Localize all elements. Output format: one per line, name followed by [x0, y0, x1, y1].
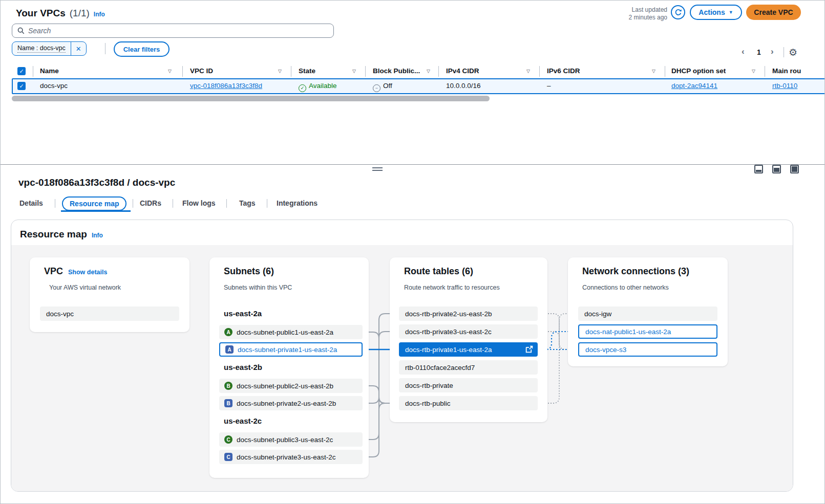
tab-divider [55, 199, 55, 208]
info-link[interactable]: Info [92, 232, 103, 239]
filter-chip-remove-button[interactable]: ✕ [71, 42, 86, 55]
tab-divider [133, 199, 133, 208]
horizontal-scrollbar[interactable] [12, 96, 490, 101]
route-table-item[interactable]: docs-rtb-private [399, 378, 538, 392]
subnet-item[interactable]: B docs-subnet-public2-us-east-2b [219, 379, 363, 393]
filter-icon[interactable]: ▽ [168, 69, 172, 74]
route-tables-column-subtitle: Route network traffic to resources [404, 284, 500, 291]
prev-page-button[interactable]: ‹ [742, 47, 745, 57]
tab-cidrs[interactable]: CIDRs [140, 199, 161, 207]
cell-state: ✓Available [299, 82, 337, 92]
current-page[interactable]: 1 [757, 48, 761, 56]
filter-icon[interactable]: ▽ [526, 69, 530, 74]
next-page-button[interactable]: › [771, 47, 774, 57]
subnet-item[interactable]: A docs-subnet-public1-us-east-2a [219, 325, 363, 339]
tab-flow-logs[interactable]: Flow logs [182, 199, 216, 207]
network-connections-column: Network connections (3) Connections to o… [568, 257, 728, 366]
refresh-button[interactable] [671, 5, 685, 19]
route-tables-column-title: Route tables (6) [404, 266, 473, 277]
filter-chip-label: Name : docs-vpc [12, 42, 71, 55]
public-subnet-badge: C [224, 435, 232, 444]
divider [784, 47, 784, 57]
subnets-column-subtitle: Subnets within this VPC [224, 284, 292, 291]
search-icon [17, 27, 25, 34]
row-checkbox[interactable]: ✓ [17, 82, 26, 90]
tab-divider [267, 199, 267, 208]
az-label: us-east-2b [224, 363, 262, 371]
cell-dhcp-link[interactable]: dopt-2ac94141 [671, 82, 717, 90]
col-header-ipv4[interactable]: IPv4 CIDR [446, 67, 479, 75]
subnet-item[interactable]: C docs-subnet-private3-us-east-2c [219, 450, 363, 464]
vpc-column-title: VPC [44, 266, 63, 277]
info-link[interactable]: Info [94, 11, 105, 18]
show-details-link[interactable]: Show details [68, 269, 107, 276]
close-icon: ✕ [76, 45, 81, 53]
column-divider [438, 66, 439, 77]
col-header-vpc-id[interactable]: VPC ID [190, 67, 213, 75]
detail-panel-title: vpc-018f086a13f3c3f8d / docs-vpc [18, 177, 175, 188]
caret-down-icon: ▼ [729, 10, 733, 15]
connection-item-highlighted[interactable]: docs-vpce-s3 [578, 342, 717, 357]
column-divider [182, 66, 183, 77]
divider [105, 43, 105, 54]
subnets-column: Subnets (6) Subnets within this VPC us-e… [209, 257, 369, 478]
col-header-ipv6[interactable]: IPv6 CIDR [547, 67, 580, 75]
route-table-item[interactable]: docs-rtb-private3-us-east-2c [399, 324, 538, 339]
subnet-item[interactable]: B docs-subnet-private2-us-east-2b [219, 396, 363, 410]
search-input[interactable] [28, 27, 328, 35]
panel-size-small-icon[interactable] [754, 165, 763, 173]
cell-ipv4: 10.0.0.0/16 [446, 82, 481, 90]
split-drag-handle[interactable] [372, 167, 383, 172]
column-divider [33, 66, 33, 77]
tab-details[interactable]: Details [19, 199, 43, 207]
route-table-item[interactable]: rtb-0110cface2acecfd7 [399, 360, 538, 375]
create-vpc-button[interactable]: Create VPC [746, 5, 801, 20]
public-subnet-badge: A [224, 328, 232, 336]
route-table-item-selected[interactable]: docs-rtb-private1-us-east-2a [399, 342, 538, 357]
tab-integrations[interactable]: Integrations [277, 199, 318, 207]
col-header-main-route[interactable]: Main rou [772, 67, 801, 75]
preferences-gear-icon[interactable]: ⚙ [789, 47, 797, 58]
vpc-column: VPC Show details Your AWS virtual networ… [30, 257, 189, 332]
vpc-count: (1/1) [70, 8, 90, 19]
cell-vpc-id-link[interactable]: vpc-018f086a13f3c3f8d [190, 82, 262, 90]
connection-item[interactable]: docs-igw [578, 306, 717, 321]
actions-button[interactable]: Actions ▼ [690, 5, 742, 20]
cell-main-route-link[interactable]: rtb-0110 [772, 82, 797, 90]
clear-filters-button[interactable]: Clear filters [114, 41, 170, 57]
external-link-icon[interactable] [525, 345, 534, 355]
filter-icon[interactable]: ▽ [278, 69, 282, 74]
route-table-item[interactable]: docs-rtb-public [399, 396, 538, 410]
subnet-item-selected[interactable]: A docs-subnet-private1-us-east-2a [219, 342, 363, 357]
panel-size-large-icon[interactable] [790, 165, 799, 173]
col-header-state[interactable]: State [299, 67, 315, 75]
select-all-checkbox[interactable]: ✓ [17, 67, 26, 75]
tab-resource-map[interactable]: Resource map [62, 196, 126, 211]
check-icon: ✓ [19, 68, 24, 75]
cell-ipv6: – [547, 82, 551, 90]
filter-icon[interactable]: ▽ [352, 69, 356, 74]
tab-tags[interactable]: Tags [239, 199, 256, 207]
split-divider [1, 164, 825, 165]
column-divider [291, 66, 291, 77]
col-header-dhcp[interactable]: DHCP option set [671, 67, 726, 75]
panel-size-medium-icon[interactable] [772, 165, 781, 173]
filter-icon[interactable]: ▽ [652, 69, 655, 74]
vpc-column-subtitle: Your AWS virtual network [49, 284, 121, 291]
public-subnet-badge: B [224, 382, 232, 390]
page-title-text: Your VPCs [16, 8, 66, 19]
subnet-item[interactable]: C docs-subnet-public3-us-east-2c [219, 432, 363, 447]
col-header-name[interactable]: Name [40, 67, 59, 75]
filter-icon[interactable]: ▽ [752, 69, 755, 74]
refresh-icon [674, 9, 682, 16]
vpc-item[interactable]: docs-vpc [40, 306, 179, 321]
column-divider [365, 66, 366, 77]
route-tables-column: Route tables (6) Route network traffic t… [390, 257, 547, 422]
connection-item-highlighted[interactable]: docs-nat-public1-us-east-2a [578, 324, 717, 339]
route-table-item[interactable]: docs-rtb-private2-us-east-2b [399, 306, 538, 321]
filter-icon[interactable]: ▽ [427, 69, 430, 74]
network-connections-column-subtitle: Connections to other networks [582, 284, 669, 291]
subnets-column-title: Subnets (6) [224, 266, 274, 277]
col-header-block-public[interactable]: Block Public... [373, 67, 420, 75]
network-connections-column-title: Network connections (3) [582, 266, 689, 277]
